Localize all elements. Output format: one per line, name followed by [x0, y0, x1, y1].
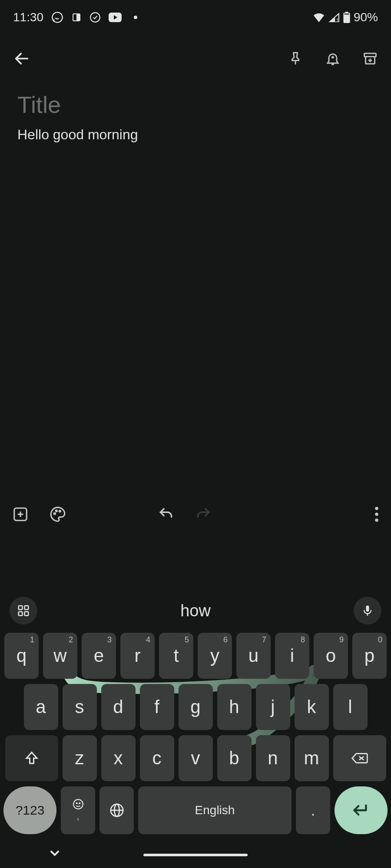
card-icon — [71, 12, 82, 23]
space-key[interactable]: English — [138, 786, 292, 834]
signal-icon: ! — [328, 13, 340, 22]
svg-point-17 — [56, 510, 57, 512]
reminder-button[interactable] — [325, 51, 341, 66]
key-t[interactable]: t5 — [159, 633, 193, 679]
key-w[interactable]: w2 — [43, 633, 77, 679]
svg-point-3 — [90, 13, 100, 22]
palette-button[interactable] — [50, 506, 66, 523]
more-notifications-dot — [134, 16, 137, 19]
key-q[interactable]: q1 — [4, 633, 39, 679]
note-content: Hello good morning — [0, 82, 391, 151]
svg-point-31 — [76, 803, 77, 804]
svg-point-18 — [59, 510, 60, 512]
svg-rect-23 — [25, 606, 29, 610]
key-s[interactable]: s — [63, 684, 97, 730]
key-d[interactable]: d — [101, 684, 136, 730]
keyboard-rows: q1w2e3r4t5y6u7i8o9p0 asdfghjkl zxcvbnm ?… — [0, 630, 391, 842]
add-button[interactable] — [12, 506, 29, 523]
key-h[interactable]: h — [217, 684, 252, 730]
key-a[interactable]: a — [24, 684, 58, 730]
format-bar — [0, 497, 391, 532]
key-g[interactable]: g — [179, 684, 213, 730]
title-input[interactable] — [17, 91, 374, 118]
svg-point-21 — [375, 519, 378, 522]
wifi-icon — [313, 13, 325, 22]
svg-rect-2 — [76, 14, 80, 21]
mic-button[interactable] — [354, 597, 381, 625]
undo-button[interactable] — [158, 506, 174, 523]
svg-point-16 — [54, 513, 55, 514]
keyboard: how q1w2e3r4t5y6u7i8o9p0 asdfghjkl zxcvb… — [0, 591, 391, 868]
archive-button[interactable] — [362, 51, 378, 66]
svg-rect-8 — [345, 13, 349, 14]
youtube-icon — [109, 13, 122, 22]
key-x[interactable]: x — [101, 735, 136, 781]
whatsapp-icon — [51, 11, 63, 23]
shift-key[interactable] — [5, 735, 58, 781]
battery-percent: 90% — [354, 10, 378, 24]
language-key[interactable] — [99, 786, 134, 834]
key-l[interactable]: l — [333, 684, 368, 730]
status-right: ! 90% — [313, 10, 378, 24]
period-key[interactable]: . — [296, 786, 330, 834]
nav-bar — [0, 842, 391, 868]
key-e[interactable]: e3 — [82, 633, 116, 679]
key-z[interactable]: z — [63, 735, 97, 781]
note-body[interactable]: Hello good morning — [17, 127, 374, 143]
svg-rect-12 — [364, 53, 376, 57]
symbols-key[interactable]: ?123 — [3, 786, 56, 834]
svg-rect-7 — [345, 12, 348, 13]
collapse-keyboard-button[interactable] — [48, 846, 62, 860]
svg-point-20 — [375, 513, 378, 516]
status-bar: 11:30 ! 90% — [0, 0, 391, 35]
key-r[interactable]: r4 — [120, 633, 155, 679]
nav-handle[interactable] — [143, 854, 248, 856]
key-f[interactable]: f — [140, 684, 174, 730]
key-m[interactable]: m — [295, 735, 329, 781]
key-y[interactable]: y6 — [198, 633, 232, 679]
status-left: 11:30 — [13, 10, 137, 24]
battery-icon — [343, 12, 350, 23]
backspace-key[interactable] — [333, 735, 386, 781]
key-n[interactable]: n — [256, 735, 290, 781]
key-k[interactable]: k — [295, 684, 329, 730]
svg-point-32 — [79, 803, 80, 804]
key-i[interactable]: i8 — [275, 633, 309, 679]
check-icon — [89, 12, 101, 23]
status-time: 11:30 — [13, 10, 43, 24]
keyboard-apps-button[interactable] — [10, 597, 37, 625]
key-j[interactable]: j — [256, 684, 290, 730]
svg-text:!: ! — [336, 17, 338, 22]
svg-rect-22 — [19, 606, 23, 610]
more-button[interactable] — [374, 506, 379, 522]
back-button[interactable] — [13, 50, 30, 67]
key-v[interactable]: v — [179, 735, 213, 781]
app-bar — [0, 35, 391, 82]
redo-button[interactable] — [195, 506, 212, 523]
svg-point-30 — [73, 799, 83, 809]
svg-rect-25 — [25, 612, 29, 616]
key-b[interactable]: b — [217, 735, 252, 781]
key-o[interactable]: o9 — [314, 633, 348, 679]
key-u[interactable]: u7 — [236, 633, 271, 679]
suggestion-bar: how — [0, 591, 391, 630]
enter-key[interactable] — [335, 786, 388, 834]
svg-rect-24 — [19, 612, 23, 616]
svg-rect-26 — [366, 605, 369, 612]
emoji-key[interactable]: , — [61, 786, 95, 834]
key-c[interactable]: c — [140, 735, 174, 781]
suggestion-word[interactable]: how — [180, 602, 211, 620]
svg-point-19 — [375, 507, 378, 510]
pin-button[interactable] — [288, 51, 303, 66]
key-p[interactable]: p0 — [352, 633, 387, 679]
